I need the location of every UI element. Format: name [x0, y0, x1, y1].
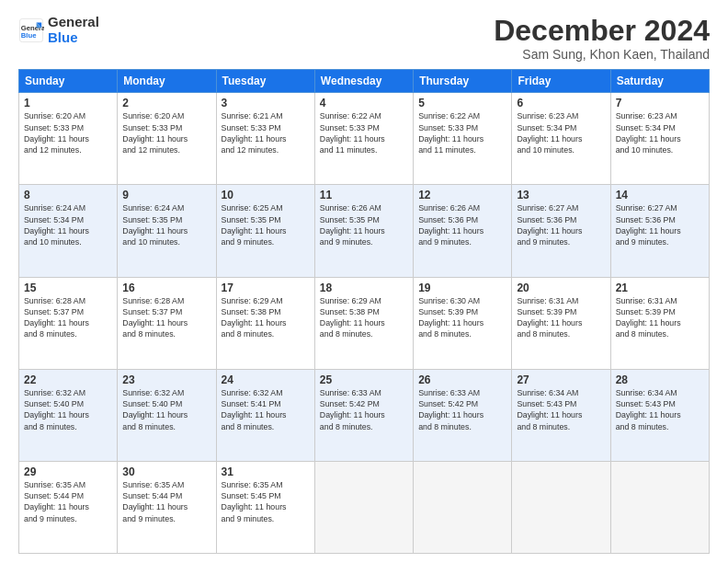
table-cell: 15Sunrise: 6:28 AM Sunset: 5:37 PM Dayli… [19, 277, 118, 369]
table-cell: 7Sunrise: 6:23 AM Sunset: 5:34 PM Daylig… [610, 93, 709, 185]
day-info: Sunrise: 6:35 AM Sunset: 5:45 PM Dayligh… [222, 479, 310, 524]
table-cell: 13Sunrise: 6:27 AM Sunset: 5:36 PM Dayli… [512, 185, 610, 277]
day-info: Sunrise: 6:30 AM Sunset: 5:39 PM Dayligh… [418, 295, 506, 340]
day-number: 31 [222, 465, 310, 478]
table-row: 29Sunrise: 6:35 AM Sunset: 5:44 PM Dayli… [19, 461, 710, 553]
logo-text: General Blue [48, 15, 99, 45]
table-row: 1Sunrise: 6:20 AM Sunset: 5:33 PM Daylig… [19, 93, 710, 185]
col-tuesday: Tuesday [216, 70, 314, 93]
day-info: Sunrise: 6:32 AM Sunset: 5:40 PM Dayligh… [122, 387, 210, 432]
calendar-table: Sunday Monday Tuesday Wednesday Thursday… [18, 69, 710, 554]
table-cell: 10Sunrise: 6:25 AM Sunset: 5:35 PM Dayli… [216, 185, 314, 277]
table-cell: 11Sunrise: 6:26 AM Sunset: 5:35 PM Dayli… [314, 185, 413, 277]
day-number: 24 [222, 373, 310, 386]
table-cell [314, 461, 413, 553]
subtitle: Sam Sung, Khon Kaen, Thailand [494, 47, 710, 62]
table-cell: 28Sunrise: 6:34 AM Sunset: 5:43 PM Dayli… [610, 369, 709, 461]
table-cell: 30Sunrise: 6:35 AM Sunset: 5:44 PM Dayli… [118, 461, 216, 553]
day-number: 7 [616, 97, 704, 109]
day-info: Sunrise: 6:31 AM Sunset: 5:39 PM Dayligh… [616, 295, 704, 340]
day-number: 1 [24, 97, 112, 109]
main-title: December 2024 [494, 15, 710, 47]
table-cell: 16Sunrise: 6:28 AM Sunset: 5:37 PM Dayli… [118, 277, 216, 369]
day-info: Sunrise: 6:20 AM Sunset: 5:33 PM Dayligh… [122, 110, 210, 155]
day-number: 18 [320, 282, 408, 294]
table-cell: 24Sunrise: 6:32 AM Sunset: 5:41 PM Dayli… [216, 369, 314, 461]
col-friday: Friday [512, 70, 610, 93]
header: General Blue General Blue December 2024 … [18, 15, 710, 62]
day-number: 16 [122, 282, 210, 294]
table-cell: 6Sunrise: 6:23 AM Sunset: 5:34 PM Daylig… [512, 93, 610, 185]
day-info: Sunrise: 6:32 AM Sunset: 5:41 PM Dayligh… [222, 387, 310, 432]
day-number: 9 [122, 189, 210, 201]
logo-icon: General Blue [18, 17, 44, 43]
day-info: Sunrise: 6:33 AM Sunset: 5:42 PM Dayligh… [320, 387, 408, 432]
day-number: 23 [122, 373, 210, 386]
title-block: December 2024 Sam Sung, Khon Kaen, Thail… [494, 15, 710, 62]
svg-text:Blue: Blue [21, 31, 37, 40]
table-cell: 3Sunrise: 6:21 AM Sunset: 5:33 PM Daylig… [216, 93, 314, 185]
day-info: Sunrise: 6:35 AM Sunset: 5:44 PM Dayligh… [24, 479, 112, 524]
day-number: 22 [24, 373, 112, 386]
table-cell: 29Sunrise: 6:35 AM Sunset: 5:44 PM Dayli… [19, 461, 118, 553]
day-info: Sunrise: 6:23 AM Sunset: 5:34 PM Dayligh… [616, 110, 704, 155]
day-number: 29 [24, 465, 112, 478]
day-number: 6 [517, 97, 605, 109]
table-cell: 4Sunrise: 6:22 AM Sunset: 5:33 PM Daylig… [314, 93, 413, 185]
table-cell: 19Sunrise: 6:30 AM Sunset: 5:39 PM Dayli… [414, 277, 512, 369]
day-info: Sunrise: 6:28 AM Sunset: 5:37 PM Dayligh… [122, 295, 210, 340]
day-number: 21 [616, 282, 704, 294]
table-cell: 26Sunrise: 6:33 AM Sunset: 5:42 PM Dayli… [414, 369, 512, 461]
day-info: Sunrise: 6:23 AM Sunset: 5:34 PM Dayligh… [517, 110, 605, 155]
table-row: 22Sunrise: 6:32 AM Sunset: 5:40 PM Dayli… [19, 369, 710, 461]
table-cell: 2Sunrise: 6:20 AM Sunset: 5:33 PM Daylig… [118, 93, 216, 185]
day-info: Sunrise: 6:35 AM Sunset: 5:44 PM Dayligh… [122, 479, 210, 524]
day-info: Sunrise: 6:29 AM Sunset: 5:38 PM Dayligh… [222, 295, 310, 340]
calendar-header-row: Sunday Monday Tuesday Wednesday Thursday… [19, 70, 710, 93]
col-monday: Monday [118, 70, 216, 93]
col-thursday: Thursday [414, 70, 512, 93]
day-number: 8 [24, 189, 112, 201]
day-info: Sunrise: 6:26 AM Sunset: 5:35 PM Dayligh… [320, 202, 408, 247]
day-number: 10 [222, 189, 310, 201]
day-info: Sunrise: 6:21 AM Sunset: 5:33 PM Dayligh… [222, 110, 310, 155]
table-row: 15Sunrise: 6:28 AM Sunset: 5:37 PM Dayli… [19, 277, 710, 369]
day-number: 15 [24, 282, 112, 294]
table-cell: 22Sunrise: 6:32 AM Sunset: 5:40 PM Dayli… [19, 369, 118, 461]
table-cell: 8Sunrise: 6:24 AM Sunset: 5:34 PM Daylig… [19, 185, 118, 277]
day-number: 19 [418, 282, 506, 294]
day-number: 25 [320, 373, 408, 386]
day-info: Sunrise: 6:25 AM Sunset: 5:35 PM Dayligh… [222, 202, 310, 247]
day-number: 13 [517, 189, 605, 201]
day-info: Sunrise: 6:31 AM Sunset: 5:39 PM Dayligh… [517, 295, 605, 340]
day-info: Sunrise: 6:24 AM Sunset: 5:34 PM Dayligh… [24, 202, 112, 247]
table-cell: 14Sunrise: 6:27 AM Sunset: 5:36 PM Dayli… [610, 185, 709, 277]
table-cell: 12Sunrise: 6:26 AM Sunset: 5:36 PM Dayli… [414, 185, 512, 277]
day-info: Sunrise: 6:33 AM Sunset: 5:42 PM Dayligh… [418, 387, 506, 432]
day-number: 26 [418, 373, 506, 386]
day-number: 17 [222, 282, 310, 294]
table-cell: 23Sunrise: 6:32 AM Sunset: 5:40 PM Dayli… [118, 369, 216, 461]
table-cell: 1Sunrise: 6:20 AM Sunset: 5:33 PM Daylig… [19, 93, 118, 185]
day-info: Sunrise: 6:26 AM Sunset: 5:36 PM Dayligh… [418, 202, 506, 247]
day-info: Sunrise: 6:34 AM Sunset: 5:43 PM Dayligh… [517, 387, 605, 432]
day-number: 3 [222, 97, 310, 109]
table-cell: 9Sunrise: 6:24 AM Sunset: 5:35 PM Daylig… [118, 185, 216, 277]
day-info: Sunrise: 6:32 AM Sunset: 5:40 PM Dayligh… [24, 387, 112, 432]
table-cell [610, 461, 709, 553]
table-cell: 18Sunrise: 6:29 AM Sunset: 5:38 PM Dayli… [314, 277, 413, 369]
day-number: 28 [616, 373, 704, 386]
table-row: 8Sunrise: 6:24 AM Sunset: 5:34 PM Daylig… [19, 185, 710, 277]
table-cell [414, 461, 512, 553]
table-cell [512, 461, 610, 553]
table-cell: 5Sunrise: 6:22 AM Sunset: 5:33 PM Daylig… [414, 93, 512, 185]
day-number: 27 [517, 373, 605, 386]
day-number: 11 [320, 189, 408, 201]
day-info: Sunrise: 6:29 AM Sunset: 5:38 PM Dayligh… [320, 295, 408, 340]
table-cell: 31Sunrise: 6:35 AM Sunset: 5:45 PM Dayli… [216, 461, 314, 553]
table-cell: 20Sunrise: 6:31 AM Sunset: 5:39 PM Dayli… [512, 277, 610, 369]
calendar-page: General Blue General Blue December 2024 … [0, 0, 728, 563]
day-info: Sunrise: 6:24 AM Sunset: 5:35 PM Dayligh… [122, 202, 210, 247]
logo: General Blue General Blue [18, 15, 99, 45]
day-number: 5 [418, 97, 506, 109]
